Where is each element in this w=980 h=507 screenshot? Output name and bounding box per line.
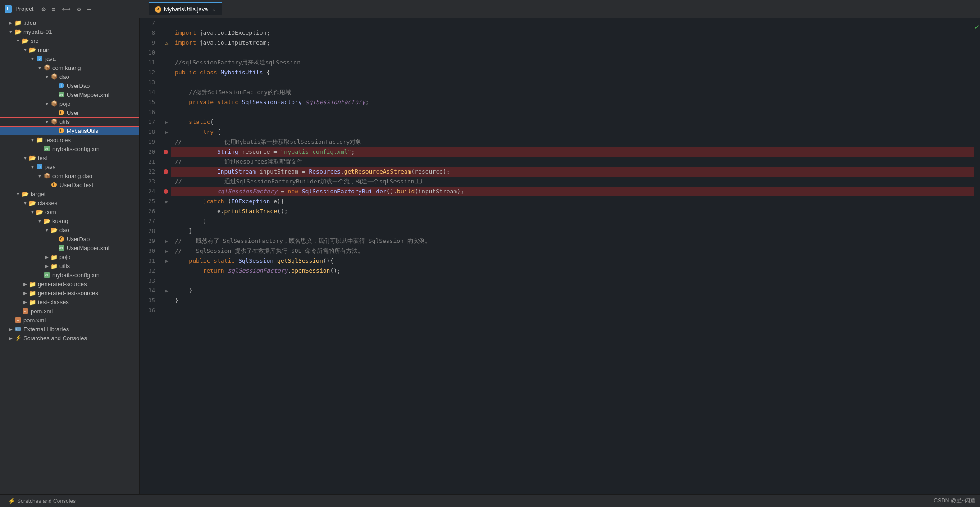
gear2-icon[interactable]: ⚙ (77, 5, 81, 13)
line-num-7: 7 (140, 18, 159, 28)
sidebar-item-UserDao[interactable]: IUserDao (0, 81, 139, 90)
code-line-24[interactable]: sqlSessionFactory = new SqlSessionFactor… (171, 187, 974, 196)
sidebar-item-MybatisUtils[interactable]: CMybatisUtils (0, 126, 139, 135)
tree-arrow-test-java: ▼ (29, 164, 36, 169)
gutter-row-18: ▶ (162, 127, 171, 137)
tree-arrow-test: ▼ (22, 155, 29, 160)
sidebar-item-pom-inner[interactable]: mpom.xml (0, 306, 139, 315)
code-line-19[interactable]: // 使用Mybatis第一步获取sqlSessionFactory对象 (171, 137, 974, 147)
tree-arrow-classes: ▼ (22, 201, 29, 206)
code-line-36[interactable] (171, 306, 974, 315)
svg-text:C: C (53, 183, 55, 187)
sidebar-item-target[interactable]: ▼📂target (0, 189, 139, 198)
code-line-14[interactable]: //提升SqlSessionFactory的作用域 (171, 87, 974, 97)
gutter-row-36 (162, 306, 171, 315)
settings-icon[interactable]: ⚙ (41, 5, 45, 13)
code-line-22[interactable]: InputStream inputStream = Resources.getR… (171, 167, 974, 177)
sidebar-item-external-libraries[interactable]: ▶libExternal Libraries (0, 324, 139, 333)
sidebar-item-scratches[interactable]: ▶⚡Scratches and Consoles (0, 333, 139, 343)
code-line-15[interactable]: private static SqlSessionFactory sqlSess… (171, 97, 974, 107)
sidebar-item-com[interactable]: ▼📂com (0, 207, 139, 216)
code-line-28[interactable]: } (171, 226, 974, 236)
sidebar-item-dao[interactable]: ▼📦dao (0, 72, 139, 81)
scratches-item[interactable]: ⚡ Scratches and Consoles (5, 498, 79, 504)
sidebar-item-utils[interactable]: ▼📦utils (0, 117, 139, 126)
code-line-9[interactable]: import java.io.InputStream; (171, 38, 974, 48)
sidebar-item-UserDaoTest[interactable]: CUserDaoTest (0, 180, 139, 189)
sidebar-item-target-dao[interactable]: ▼📂dao (0, 225, 139, 234)
tree-label-User: User (67, 110, 79, 116)
sidebar-item-target-pojo[interactable]: ▶📁pojo (0, 252, 139, 261)
code-line-16[interactable] (171, 107, 974, 117)
sidebar-item-test[interactable]: ▼📂test (0, 153, 139, 162)
code-line-27[interactable]: } (171, 216, 974, 226)
tree-icon-pom-inner: m (22, 307, 29, 315)
sidebar-item-java[interactable]: ▼Jjava (0, 54, 139, 63)
sidebar-item-main[interactable]: ▼📂main (0, 45, 139, 54)
sidebar-item-target-UserDao[interactable]: CUserDao (0, 234, 139, 243)
code-line-10[interactable] (171, 48, 974, 58)
tree-icon-target-UserMapper: XML (58, 244, 65, 251)
sidebar-item-classes[interactable]: ▼📂classes (0, 198, 139, 207)
tab-close-button[interactable]: × (213, 7, 215, 12)
sidebar-item-idea[interactable]: ▶📁.idea (0, 18, 139, 27)
sidebar-item-test-java[interactable]: ▼Jjava (0, 162, 139, 171)
code-line-17[interactable]: static{ (171, 117, 974, 127)
code-line-26[interactable]: e.printStackTrace(); (171, 206, 974, 216)
tree-label-generated-sources: generated-sources (38, 281, 87, 288)
code-line-12[interactable]: public class MybatisUtils { (171, 68, 974, 78)
sidebar-item-com.kuang[interactable]: ▼📦com.kuang (0, 63, 139, 72)
tree-arrow-target: ▼ (14, 192, 22, 196)
sidebar-item-UserMapper.xml[interactable]: XMLUserMapper.xml (0, 90, 139, 99)
sidebar-item-target-UserMapper[interactable]: XMLUserMapper.xml (0, 243, 139, 252)
code-line-8[interactable]: import java.io.IOException; (171, 28, 974, 38)
sort-icon[interactable]: ≡ (52, 5, 55, 13)
code-line-31[interactable]: public static SqlSession getSqlSession()… (171, 256, 974, 266)
code-line-35[interactable]: } (171, 296, 974, 306)
sidebar-item-target-mybatis-config[interactable]: XMLmybatis-config.xml (0, 270, 139, 279)
sidebar-item-com.kuang.dao[interactable]: ▼📦com.kuang.dao (0, 171, 139, 180)
line-num-33: 33 (140, 276, 159, 286)
code-line-34[interactable]: } (171, 286, 974, 296)
project-icon: P (5, 5, 12, 13)
code-line-25[interactable]: }catch (IOException e){ (171, 196, 974, 206)
line-num-25: 25 (140, 196, 159, 206)
expand-icon[interactable]: ⟺ (62, 5, 71, 13)
sidebar-item-target-utils[interactable]: ▶📁utils (0, 261, 139, 270)
tree-icon-com.kuang.dao: 📦 (43, 172, 50, 179)
code-line-33[interactable] (171, 276, 974, 286)
code-line-29[interactable]: // 既然有了 SqlSessionFactory，顾名思义，我们可以从中获得 … (171, 236, 974, 246)
sidebar-item-resources[interactable]: ▼📁resources (0, 135, 139, 144)
tab-mybatisutils[interactable]: J MybatisUtils.java × (149, 2, 222, 15)
tree-label-pojo: pojo (59, 100, 71, 107)
gutter-row-17: ▶ (162, 117, 171, 127)
sidebar-item-mybatis-01[interactable]: ▼📂mybatis-01 (0, 27, 139, 36)
minimize-icon[interactable]: — (87, 5, 91, 13)
svg-text:lib: lib (16, 328, 21, 331)
code-line-11[interactable]: //sqlSessionFactory用来构建sqlSession (171, 58, 974, 68)
code-line-20[interactable]: String resource = "mybatis-config.xml"; (171, 147, 974, 157)
code-line-13[interactable] (171, 78, 974, 87)
sidebar-item-kuang[interactable]: ▼📂kuang (0, 216, 139, 225)
code-line-23[interactable]: // 通过SqlSessionFactoryBuilder加载一个流，构建一个s… (171, 177, 974, 187)
tree-label-test-java: java (45, 164, 56, 170)
sidebar-item-generated-sources[interactable]: ▶📁generated-sources (0, 279, 139, 288)
code-line-32[interactable]: return sqlSessionFactory.openSession(); (171, 266, 974, 276)
code-line-7[interactable] (171, 18, 974, 28)
tree-icon-external-libraries: lib (14, 325, 22, 333)
sidebar-item-test-classes[interactable]: ▶📁test-classes (0, 297, 139, 306)
sidebar-item-src[interactable]: ▼📂src (0, 36, 139, 45)
tree-label-src: src (31, 37, 38, 44)
sidebar-item-mybatis-config.xml[interactable]: XMLmybatis-config.xml (0, 144, 139, 153)
sidebar-item-pom-outer[interactable]: mpom.xml (0, 315, 139, 324)
code-line-30[interactable]: // SqlSession 提供了在数据库执行 SQL 命令所需的所有方法。 (171, 246, 974, 256)
svg-text:m: m (17, 319, 19, 322)
code-line-21[interactable]: // 通过Resources读取配置文件 (171, 157, 974, 167)
tree-icon-target-utils: 📁 (50, 262, 58, 269)
sidebar-item-User[interactable]: CUser (0, 108, 139, 117)
code-container[interactable]: 7891011121314151617181920212223242526272… (140, 18, 980, 494)
gutter-row-24 (162, 187, 171, 196)
sidebar-item-pojo[interactable]: ▼📦pojo (0, 99, 139, 108)
code-line-18[interactable]: try { (171, 127, 974, 137)
sidebar-item-generated-test-sources[interactable]: ▶📁generated-test-sources (0, 288, 139, 297)
